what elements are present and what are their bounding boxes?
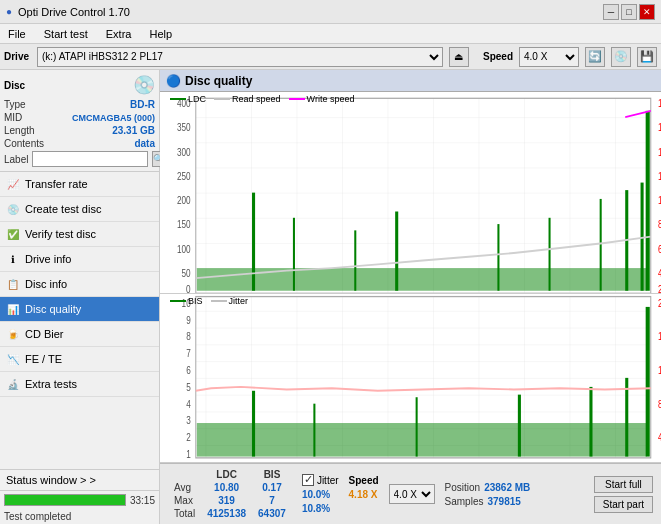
samples-value: 379815: [487, 496, 520, 507]
sidebar-item-cd-bier[interactable]: 🍺 CD Bier: [0, 322, 159, 347]
svg-text:350: 350: [177, 122, 191, 133]
fe-te-icon: 📉: [6, 352, 20, 366]
maximize-button[interactable]: □: [621, 4, 637, 20]
label-label: Label: [4, 154, 28, 165]
disc-icon: 💿: [133, 74, 155, 96]
type-value: BD-R: [130, 99, 155, 110]
disc-info-label: Disc info: [25, 278, 67, 290]
refresh-button[interactable]: 🔄: [585, 47, 605, 67]
total-row: Total 4125138 64307: [168, 507, 292, 520]
svg-rect-35: [395, 212, 398, 291]
svg-rect-0: [196, 98, 651, 293]
close-button[interactable]: ✕: [639, 4, 655, 20]
verify-test-disc-icon: ✅: [6, 227, 20, 241]
svg-text:250: 250: [177, 171, 191, 182]
contents-label: Contents: [4, 138, 44, 149]
minimize-button[interactable]: ─: [603, 4, 619, 20]
svg-rect-77: [646, 307, 650, 457]
transfer-rate-label: Transfer rate: [25, 178, 88, 190]
label-input[interactable]: [32, 151, 148, 167]
start-part-button[interactable]: Start part: [594, 496, 653, 513]
svg-text:4: 4: [186, 399, 191, 410]
jitter-legend-color: [211, 300, 227, 302]
svg-text:150: 150: [177, 219, 191, 230]
svg-rect-40: [641, 183, 644, 291]
eject-button[interactable]: ⏏: [449, 47, 469, 67]
svg-text:1: 1: [186, 449, 191, 460]
jitter-legend-item: Jitter: [211, 296, 249, 306]
app-logo: ●: [6, 6, 12, 17]
disc-info-panel: Disc 💿 Type BD-R MID CMCMAGBA5 (000) Len…: [0, 70, 159, 172]
jitter-section: Jitter 10.0% 10.8%: [302, 474, 339, 514]
avg-row: Avg 10.80 0.17: [168, 481, 292, 494]
sidebar-item-fe-te[interactable]: 📉 FE / TE: [0, 347, 159, 372]
stats-bottom-bar: LDC BIS Avg 10.80 0.17 Max: [160, 463, 661, 524]
svg-rect-31: [197, 268, 647, 291]
drive-info-label: Drive info: [25, 253, 71, 265]
start-full-button[interactable]: Start full: [594, 476, 653, 493]
chart1-legend: LDC Read speed Write speed: [170, 94, 354, 104]
progress-bar-fill: [5, 495, 125, 505]
svg-rect-75: [589, 387, 592, 457]
svg-text:2: 2: [186, 432, 191, 443]
total-label: Total: [168, 507, 201, 520]
read-speed-legend-item: Read speed: [214, 94, 281, 104]
status-bar: Status window > > 33:15 Test completed: [0, 469, 159, 524]
svg-rect-34: [354, 230, 356, 290]
sidebar-item-transfer-rate[interactable]: 📈 Transfer rate: [0, 172, 159, 197]
jitter-label: Jitter: [317, 475, 339, 486]
menu-start-test[interactable]: Start test: [40, 27, 92, 41]
sidebar-item-disc-info[interactable]: 📋 Disc info: [0, 272, 159, 297]
svg-text:3: 3: [186, 416, 191, 427]
ldc-col-header: LDC: [201, 468, 252, 481]
length-value: 23.31 GB: [112, 125, 155, 136]
svg-rect-74: [518, 395, 521, 457]
mid-value: CMCMAGBA5 (000): [72, 113, 155, 123]
progress-row: 33:15: [0, 491, 159, 509]
position-section: Position 23862 MB Samples 379815: [445, 482, 531, 507]
avg-ldc: 10.80: [201, 481, 252, 494]
drive-select[interactable]: (k:) ATAPI iHBS312 2 PL17: [37, 47, 443, 67]
avg-speed: 4.18 X: [349, 489, 378, 500]
svg-rect-33: [293, 218, 295, 291]
write-speed-legend-item: Write speed: [289, 94, 355, 104]
write-speed-legend-color: [289, 98, 305, 100]
mid-label: MID: [4, 112, 22, 123]
save-button[interactable]: 💾: [637, 47, 657, 67]
read-speed-legend-label: Read speed: [232, 94, 281, 104]
sidebar-item-extra-tests[interactable]: 🔬 Extra tests: [0, 372, 159, 397]
bis-legend-color: [170, 300, 186, 302]
type-label: Type: [4, 99, 26, 110]
total-ldc: 4125138: [201, 507, 252, 520]
svg-text:50: 50: [182, 268, 191, 279]
disc-button[interactable]: 💿: [611, 47, 631, 67]
sidebar-item-drive-info[interactable]: ℹ Drive info: [0, 247, 159, 272]
verify-test-disc-label: Verify test disc: [25, 228, 96, 240]
menu-extra[interactable]: Extra: [102, 27, 136, 41]
extra-tests-icon: 🔬: [6, 377, 20, 391]
svg-rect-73: [416, 397, 418, 456]
status-window-button[interactable]: Status window > >: [0, 470, 159, 491]
jitter-legend-label: Jitter: [229, 296, 249, 306]
create-test-disc-icon: 💿: [6, 202, 20, 216]
svg-rect-71: [252, 391, 255, 457]
create-test-disc-label: Create test disc: [25, 203, 101, 215]
svg-rect-37: [549, 218, 551, 291]
menu-file[interactable]: File: [4, 27, 30, 41]
sidebar-item-disc-quality[interactable]: 📊 Disc quality: [0, 297, 159, 322]
charts-container: LDC Read speed Write speed: [160, 92, 661, 524]
speed-select-top[interactable]: 4.0 X: [519, 47, 579, 67]
app-title: Opti Drive Control 1.70: [18, 6, 130, 18]
bis-chart-svg: 10 9 8 7 6 5 4 3 2 1 20% 16% 12%: [160, 294, 661, 462]
jitter-checkbox[interactable]: [302, 474, 314, 486]
disc-info-icon: 📋: [6, 277, 20, 291]
sidebar-item-verify-test-disc[interactable]: ✅ Verify test disc: [0, 222, 159, 247]
progress-time: 33:15: [130, 495, 155, 506]
sidebar-item-create-test-disc[interactable]: 💿 Create test disc: [0, 197, 159, 222]
ldc-legend-item: LDC: [170, 94, 206, 104]
menu-help[interactable]: Help: [145, 27, 176, 41]
svg-rect-32: [252, 193, 255, 291]
ldc-chart: LDC Read speed Write speed: [160, 92, 661, 294]
speed-select-stats[interactable]: 4.0 X 1.0 X 2.0 X 6.0 X 8.0 X: [389, 484, 435, 504]
bis-legend-item: BIS: [170, 296, 203, 306]
